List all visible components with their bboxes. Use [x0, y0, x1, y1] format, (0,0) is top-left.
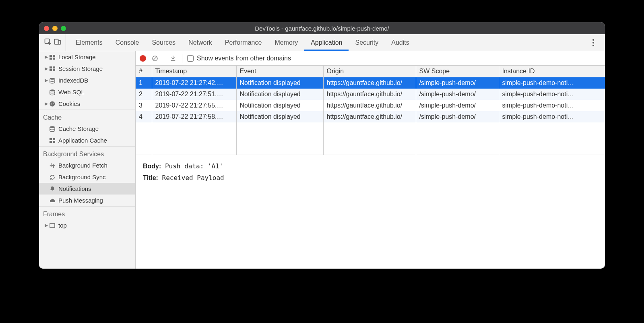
tab-elements[interactable]: Elements [69, 34, 109, 51]
column-header[interactable]: Event [236, 66, 323, 77]
sidebar-item-notifications[interactable]: ▶Notifications [39, 183, 135, 195]
svg-rect-6 [53, 58, 55, 60]
tab-console[interactable]: Console [109, 34, 146, 51]
sidebar-item-label: Cookies [58, 100, 80, 107]
cell-ev: Notification displayed [236, 77, 323, 89]
frame-icon [49, 222, 56, 229]
cell-ev: Notification displayed [236, 89, 323, 100]
download-icon[interactable] [169, 54, 177, 62]
svg-point-17 [50, 126, 55, 128]
svg-rect-9 [50, 69, 52, 71]
tab-security[interactable]: Security [349, 34, 385, 51]
sidebar-group-cache: Cache [39, 110, 135, 123]
device-toolbar-icon[interactable] [54, 38, 62, 47]
column-header[interactable]: # [136, 66, 152, 77]
db-icon [49, 125, 56, 133]
sidebar-item-label: Notifications [58, 185, 91, 192]
svg-rect-1 [55, 39, 58, 44]
cloud-icon [49, 197, 56, 204]
cell-n: 2 [136, 89, 152, 100]
column-header[interactable]: SW Scope [416, 66, 499, 77]
detail-body-label: Body: [143, 163, 161, 170]
cell-origin: https://gauntface.github.io/ [323, 100, 416, 111]
sidebar-item-cookies[interactable]: ▶Cookies [39, 98, 135, 110]
table-header-row: #TimestampEventOriginSW ScopeInstance ID [136, 66, 605, 77]
svg-rect-19 [53, 138, 55, 140]
table-row[interactable]: 42019-07-22 21:27:58.…Notification displ… [136, 111, 605, 122]
sidebar-item-label: IndexedDB [58, 77, 88, 84]
svg-point-11 [50, 78, 55, 80]
sidebar-item-label: Push Messaging [58, 197, 103, 204]
expand-arrow-icon: ▶ [44, 223, 49, 228]
svg-rect-22 [52, 190, 53, 191]
sidebar-item-label: Web SQL [58, 89, 85, 95]
cell-ev: Notification displayed [236, 100, 323, 111]
cell-scope: /simple-push-demo/ [416, 89, 499, 100]
sidebar-item-cache-storage[interactable]: ▶Cache Storage [39, 123, 135, 135]
tab-audits[interactable]: Audits [385, 34, 415, 51]
record-button[interactable] [140, 55, 146, 62]
cell-n: 3 [136, 100, 152, 111]
svg-rect-4 [53, 55, 55, 57]
svg-rect-21 [53, 141, 55, 143]
svg-point-13 [50, 101, 55, 106]
detail-title-value: Received Payload [162, 174, 224, 182]
sidebar-item-label: Cache Storage [58, 125, 99, 132]
show-other-domains-label: Show events from other domains [197, 55, 291, 62]
sidebar-item-top[interactable]: ▶top [39, 219, 135, 231]
column-header[interactable]: Instance ID [499, 66, 605, 77]
svg-rect-8 [53, 66, 55, 68]
cell-iid: simple-push-demo-noti… [499, 89, 605, 100]
devtools-window: DevTools - gauntface.github.io/simple-pu… [39, 22, 605, 269]
sidebar-item-indexeddb[interactable]: ▶IndexedDB [39, 75, 135, 86]
tab-network[interactable]: Network [182, 34, 219, 51]
toolbar-separator [182, 54, 182, 63]
svg-rect-20 [50, 141, 52, 143]
tab-application[interactable]: Application [304, 34, 349, 51]
sidebar-item-label: Background Sync [58, 174, 106, 180]
table-row[interactable]: 12019-07-22 21:27:42.…Notification displ… [136, 77, 605, 89]
cell-ts: 2019-07-22 21:27:58.… [152, 111, 236, 122]
column-header[interactable]: Timestamp [152, 66, 236, 77]
table-row[interactable]: 32019-07-22 21:27:55.…Notification displ… [136, 100, 605, 111]
sidebar-item-session-storage[interactable]: ▶Session Storage [39, 63, 135, 75]
cell-scope: /simple-push-demo/ [416, 111, 499, 122]
tab-memory[interactable]: Memory [268, 34, 304, 51]
sidebar-item-background-fetch[interactable]: ▶Background Fetch [39, 159, 135, 171]
svg-rect-3 [50, 55, 52, 57]
sidebar-item-label: Background Fetch [58, 162, 107, 169]
sidebar-item-label: Application Cache [58, 137, 107, 144]
cell-origin: https://gauntface.github.io/ [323, 77, 416, 89]
show-other-domains-input[interactable] [187, 55, 194, 62]
db-icon [49, 77, 56, 84]
bell-icon [49, 185, 56, 193]
sidebar-item-web-sql[interactable]: ▶Web SQL [39, 86, 135, 98]
expand-arrow-icon: ▶ [44, 78, 49, 83]
svg-point-15 [53, 103, 54, 104]
svg-line-25 [153, 56, 157, 60]
clear-icon[interactable] [151, 54, 159, 62]
detail-body-value: Push data: 'A1' [165, 162, 223, 170]
grid-icon [49, 65, 56, 72]
cell-iid: simple-push-demo-noti… [499, 100, 605, 111]
sidebar-item-push-messaging[interactable]: ▶Push Messaging [39, 195, 135, 206]
sidebar-item-label: Session Storage [58, 65, 103, 72]
tab-sources[interactable]: Sources [145, 34, 182, 51]
cell-origin: https://gauntface.github.io/ [323, 89, 416, 100]
window-titlebar: DevTools - gauntface.github.io/simple-pu… [39, 22, 605, 34]
window-title: DevTools - gauntface.github.io/simple-pu… [39, 25, 605, 32]
svg-rect-10 [53, 69, 55, 71]
sidebar-item-application-cache[interactable]: ▶Application Cache [39, 135, 135, 146]
svg-point-12 [50, 89, 55, 91]
show-other-domains-checkbox[interactable]: Show events from other domains [187, 55, 291, 62]
tab-performance[interactable]: Performance [219, 34, 268, 51]
main-panel: Show events from other domains #Timestam… [136, 51, 605, 269]
column-header[interactable]: Origin [323, 66, 416, 77]
table-row[interactable]: 22019-07-22 21:27:51.…Notification displ… [136, 89, 605, 100]
sidebar-item-local-storage[interactable]: ▶Local Storage [39, 51, 135, 63]
more-menu-icon[interactable] [587, 37, 599, 49]
cell-origin: https://gauntface.github.io/ [323, 111, 416, 122]
svg-rect-23 [50, 224, 55, 228]
sidebar-item-background-sync[interactable]: ▶Background Sync [39, 171, 135, 183]
inspect-element-icon[interactable] [44, 38, 52, 47]
